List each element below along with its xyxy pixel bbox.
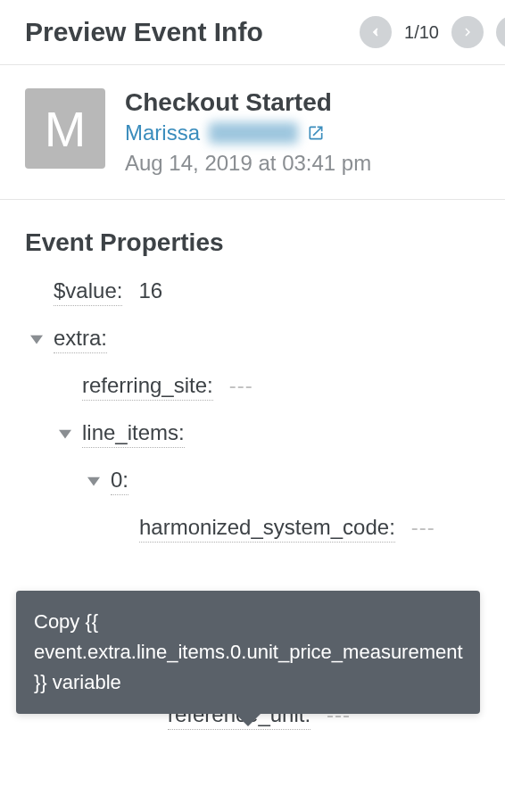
user-firstname[interactable]: Marissa [125,120,200,145]
prop-value-row: $value: 16 [54,278,480,306]
properties-title: Event Properties [25,228,480,257]
avatar: M [25,88,105,169]
event-name: Checkout Started [125,88,480,117]
prop-key-hsc[interactable]: harmonized_system_code: [139,515,395,543]
prop-zero-row: 0: [111,468,480,495]
user-row: Marissa [125,120,480,145]
close-button[interactable] [496,16,505,48]
tooltip-line2: event.extra.line_items.0.unit_price_meas… [34,641,463,663]
caret-down-icon[interactable] [57,427,73,440]
next-button[interactable] [451,16,484,48]
chevron-left-icon [368,24,384,40]
external-link-icon[interactable] [307,124,325,142]
header-bar: Preview Event Info 1/10 [0,0,505,65]
nav-controls: 1/10 [360,16,505,48]
copy-variable-tooltip[interactable]: Copy {{ event.extra.line_items.0.unit_pr… [16,591,480,714]
prop-key-zero[interactable]: 0: [111,468,128,495]
prop-val-referring-site: --- [229,373,253,398]
caret-down-icon[interactable] [29,333,45,345]
prop-val-hsc: --- [411,515,435,540]
prev-button[interactable] [360,16,392,48]
user-lastname-redacted [209,122,298,144]
page-counter: 1/10 [404,22,439,43]
chevron-right-icon [459,24,476,40]
event-timestamp: Aug 14, 2019 at 03:41 pm [125,151,480,176]
prop-val-value: 16 [138,278,162,303]
event-info: Checkout Started Marissa Aug 14, 2019 at… [125,88,480,176]
page-title: Preview Event Info [25,17,263,47]
tooltip-line3: }} variable [34,671,121,693]
prop-key-value[interactable]: $value: [54,278,122,306]
prop-key-extra[interactable]: extra: [54,326,107,353]
prop-key-referring-site[interactable]: referring_site: [82,373,213,401]
prop-key-line-items[interactable]: line_items: [82,420,185,448]
prop-line-items-row: line_items: [82,420,480,448]
prop-extra-row: extra: [54,326,480,353]
prop-hsc-row: harmonized_system_code: --- [139,515,480,543]
tooltip-line1: Copy {{ [34,610,98,633]
caret-down-icon[interactable] [86,475,102,487]
prop-referring-site-row: referring_site: --- [82,373,480,401]
event-card: M Checkout Started Marissa Aug 14, 2019 … [0,65,505,200]
